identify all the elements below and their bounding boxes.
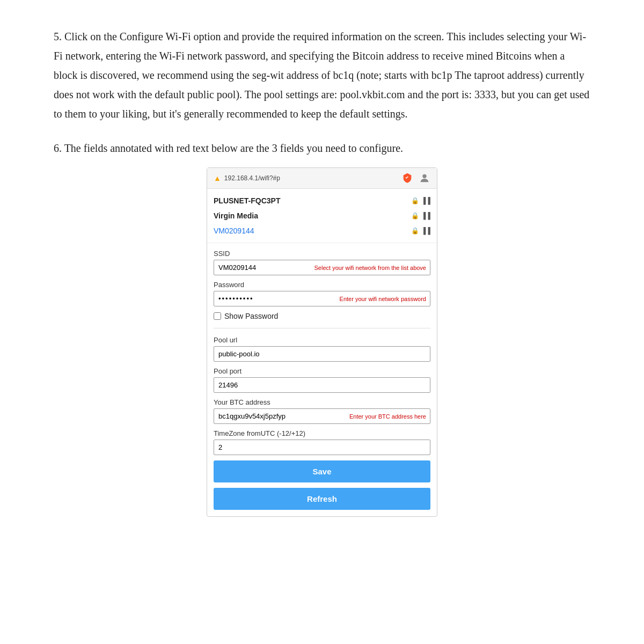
network-name-2: Virgin Media: [214, 211, 258, 220]
svg-point-0: [422, 174, 426, 178]
profile-icon: [419, 172, 430, 184]
warning-icon: ▲: [214, 174, 221, 182]
address-bar-left: ▲ 192.168.4.1/wifi?#p: [214, 174, 280, 182]
pool-port-wrapper: [214, 377, 430, 393]
lock-icon-1: 🔒: [411, 197, 419, 204]
show-password-row: Show Password: [214, 312, 430, 320]
wifi-form: SSID Select your wifi network from the l…: [207, 243, 437, 516]
network-item-1[interactable]: PLUSNET-FQC3PT 🔒 ▐▐: [214, 193, 430, 208]
brave-icon: [401, 172, 413, 184]
ssid-input[interactable]: [214, 260, 430, 275]
network-item-3[interactable]: VM0209144 🔒 ▐▐: [214, 223, 430, 238]
pool-url-label: Pool url: [214, 336, 430, 344]
url-text: 192.168.4.1/wifi?#p: [224, 174, 280, 182]
ssid-field-wrapper: Select your wifi network from the list a…: [214, 260, 430, 275]
save-button[interactable]: Save: [214, 460, 430, 482]
pool-port-label: Pool port: [214, 367, 430, 375]
main-content: 5. Click on the Configure Wi-Fi option a…: [21, 16, 623, 528]
form-divider: [214, 328, 430, 328]
signal-bars-3: ▐▐: [421, 227, 430, 235]
network-link-3[interactable]: VM0209144: [214, 226, 254, 235]
password-field-wrapper: Enter your wifi network password: [214, 291, 430, 306]
network-signal-3: 🔒 ▐▐: [411, 227, 430, 235]
show-password-checkbox[interactable]: [214, 312, 221, 320]
network-name-1: PLUSNET-FQC3PT: [214, 196, 280, 205]
network-list: PLUSNET-FQC3PT 🔒 ▐▐ Virgin Media 🔒 ▐▐ VM…: [207, 189, 437, 243]
address-bar: ▲ 192.168.4.1/wifi?#p: [207, 168, 437, 189]
signal-bars-1: ▐▐: [421, 197, 430, 204]
lock-icon-3: 🔒: [411, 227, 419, 235]
browser-icons: [401, 172, 430, 184]
password-input[interactable]: [214, 291, 430, 306]
network-item-2[interactable]: Virgin Media 🔒 ▐▐: [214, 208, 430, 223]
refresh-button[interactable]: Refresh: [214, 488, 430, 510]
network-signal-2: 🔒 ▐▐: [411, 212, 430, 219]
password-label: Password: [214, 281, 430, 289]
wifi-panel: ▲ 192.168.4.1/wifi?#p PLUSNET-FQC3PT: [207, 167, 437, 517]
show-password-label: Show Password: [224, 312, 278, 320]
pool-url-input[interactable]: [214, 346, 430, 362]
timezone-label: TimeZone fromUTC (-12/+12): [214, 429, 430, 437]
btc-input[interactable]: [214, 408, 430, 424]
step5-paragraph: 5. Click on the Configure Wi-Fi option a…: [54, 27, 590, 123]
timezone-wrapper: [214, 440, 430, 455]
btc-field-wrapper: Enter your BTC address here: [214, 408, 430, 424]
step6-title: 6. The fields annotated with red text be…: [54, 138, 590, 158]
ssid-label: SSID: [214, 250, 430, 258]
pool-url-wrapper: [214, 346, 430, 362]
network-signal-1: 🔒 ▐▐: [411, 197, 430, 204]
timezone-input[interactable]: [214, 440, 430, 455]
btc-label: Your BTC address: [214, 398, 430, 406]
lock-icon-2: 🔒: [411, 212, 419, 219]
signal-bars-2: ▐▐: [421, 212, 430, 219]
pool-port-input[interactable]: [214, 377, 430, 393]
